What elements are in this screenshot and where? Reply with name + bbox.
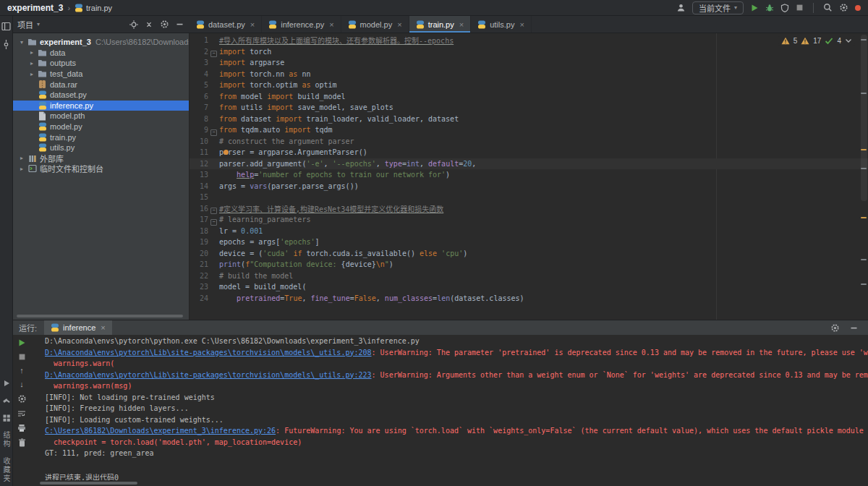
editor-scrollbar[interactable] bbox=[859, 33, 868, 320]
line-number[interactable]: 8 bbox=[190, 115, 208, 123]
run-tool-icon[interactable] bbox=[2, 379, 11, 388]
line-number[interactable]: 22 bbox=[190, 272, 208, 280]
project-panel-header[interactable]: 项目 ▾ bbox=[0, 16, 190, 33]
tree-horizontal-scrollbar[interactable] bbox=[17, 315, 183, 317]
stop-icon[interactable] bbox=[796, 4, 804, 12]
notification-icon[interactable] bbox=[855, 5, 861, 11]
inspections-widget[interactable]: 5 17 4 bbox=[778, 36, 855, 46]
line-number[interactable]: 14 bbox=[190, 182, 208, 190]
line-number[interactable]: 9 bbox=[190, 126, 208, 134]
line-number[interactable]: 11 bbox=[190, 148, 208, 156]
down-icon[interactable]: ↓ bbox=[20, 380, 24, 388]
code-editor[interactable]: 1#导入所有库模块以及上面编写的模块、还有参数解析器。控制--epochs2−i… bbox=[190, 33, 868, 320]
user-icon[interactable] bbox=[676, 3, 686, 12]
intention-bulb-icon[interactable] bbox=[224, 150, 229, 155]
line-number[interactable]: 24 bbox=[190, 294, 208, 302]
settings-icon[interactable] bbox=[17, 394, 27, 404]
project-panel[interactable]: ▾experiment_3C:\Users\86182\Downloads\ex… bbox=[13, 33, 190, 320]
coverage-icon[interactable] bbox=[780, 4, 789, 12]
line-number[interactable]: 7 bbox=[190, 103, 208, 111]
close-icon[interactable]: × bbox=[397, 20, 401, 29]
settings-icon[interactable] bbox=[830, 323, 840, 333]
console-output[interactable]: D:\Anaconda\envs\pytorch\python.exe C:\U… bbox=[42, 335, 868, 480]
console-horizontal-scrollbar[interactable] bbox=[40, 482, 137, 485]
tree-arrow[interactable]: ▸ bbox=[27, 71, 36, 77]
tree-arrow[interactable]: ▸ bbox=[27, 60, 36, 67]
locate-icon[interactable] bbox=[129, 20, 138, 29]
tree-item[interactable]: ▸临时文件和控制台 bbox=[13, 163, 189, 174]
editor-tab-dataset-py[interactable]: dataset.py× bbox=[190, 16, 262, 33]
code-line[interactable]: 3import argparse bbox=[190, 57, 868, 69]
chevron-down-icon[interactable] bbox=[845, 38, 852, 43]
code-line[interactable]: 12parser.add_argument('-e', '--epochs', … bbox=[190, 158, 868, 170]
tree-arrow[interactable]: ▾ bbox=[17, 39, 26, 46]
build-tool-icon[interactable] bbox=[2, 396, 11, 405]
search-icon[interactable] bbox=[823, 3, 833, 12]
code-line[interactable]: 9−from tqdm.auto import tqdm bbox=[190, 124, 868, 136]
commit-tool-icon[interactable] bbox=[1, 40, 11, 49]
close-icon[interactable]: × bbox=[459, 20, 464, 29]
tree-item[interactable]: data.rar bbox=[13, 79, 189, 90]
code-line[interactable]: 11parser = argparse.ArgumentParser() bbox=[190, 147, 868, 158]
line-number[interactable]: 5 bbox=[190, 81, 208, 89]
console-link[interactable]: D:\Anaconda\envs\pytorch\Lib\site-packag… bbox=[45, 371, 372, 379]
run-icon[interactable] bbox=[750, 4, 759, 12]
line-number[interactable]: 17 bbox=[190, 216, 208, 223]
print-icon[interactable] bbox=[17, 424, 26, 432]
collapse-icon[interactable] bbox=[145, 20, 153, 29]
tree-item[interactable]: dataset.py bbox=[13, 90, 189, 101]
code-line[interactable]: 6from model import build_model bbox=[190, 91, 868, 103]
code-line[interactable]: 24 pretrained=True, fine_tune=False, num… bbox=[190, 293, 868, 304]
rerun-icon[interactable] bbox=[17, 338, 26, 347]
softwrap-icon[interactable] bbox=[17, 409, 26, 418]
editor-tab-inference-py[interactable]: inference.py× bbox=[262, 16, 341, 33]
code-line[interactable]: 7from utils import save_model, save_plot… bbox=[190, 102, 868, 114]
editor-tab-utils-py[interactable]: utils.py× bbox=[471, 16, 532, 33]
tree-arrow[interactable]: ▸ bbox=[27, 49, 36, 56]
line-number[interactable]: 23 bbox=[190, 283, 208, 291]
code-line[interactable]: 18lr = 0.001 bbox=[190, 226, 868, 237]
line-number[interactable]: 18 bbox=[190, 227, 208, 235]
up-icon[interactable]: ↑ bbox=[20, 367, 24, 375]
tree-item[interactable]: train.py bbox=[13, 132, 189, 142]
tree-item[interactable]: ▸outputs bbox=[13, 58, 189, 69]
code-line[interactable]: 22# build the model bbox=[190, 270, 868, 282]
code-line[interactable]: 4import torch.nn as nn bbox=[190, 69, 868, 80]
line-number[interactable]: 10 bbox=[190, 137, 208, 145]
services-tool-icon[interactable] bbox=[2, 414, 11, 422]
code-line[interactable]: 13 help='number of epochs to train our n… bbox=[190, 169, 868, 181]
code-line[interactable]: 8from dataset import train_loader, valid… bbox=[190, 114, 868, 125]
tree-item[interactable]: ▸外部库 bbox=[13, 153, 189, 164]
close-icon[interactable]: × bbox=[101, 323, 105, 332]
stop-icon[interactable] bbox=[18, 353, 26, 361]
tool-window-label-0[interactable]: 结构 bbox=[1, 431, 12, 448]
line-number[interactable]: 3 bbox=[190, 59, 208, 67]
tree-item[interactable]: model.py bbox=[13, 122, 189, 132]
tree-item[interactable]: ▸data bbox=[13, 48, 189, 59]
settings-icon[interactable] bbox=[839, 3, 848, 12]
tree-item[interactable]: ▾experiment_3C:\Users\86182\Downloads\ex… bbox=[13, 37, 189, 48]
tree-arrow[interactable]: ▸ bbox=[17, 166, 26, 172]
tree-item[interactable]: model.pth bbox=[13, 111, 189, 122]
tool-window-label-1[interactable]: 收藏夹 bbox=[1, 457, 12, 483]
close-icon[interactable]: × bbox=[329, 20, 333, 29]
code-line[interactable]: 21print(f"Computation device: {device}\n… bbox=[190, 259, 868, 270]
line-number[interactable]: 16 bbox=[190, 205, 208, 213]
hide-icon[interactable] bbox=[176, 20, 184, 28]
code-line[interactable]: 20device = ('cuda' if torch.cuda.is_avai… bbox=[190, 248, 868, 260]
clear-icon[interactable] bbox=[18, 438, 26, 447]
line-number[interactable]: 6 bbox=[190, 93, 208, 101]
project-tool-icon[interactable] bbox=[1, 22, 11, 31]
fold-marker[interactable]: − bbox=[208, 45, 219, 58]
editor-tab-train-py[interactable]: train.py× bbox=[409, 16, 472, 33]
tree-arrow[interactable]: ▸ bbox=[17, 155, 26, 161]
line-number[interactable]: 4 bbox=[190, 70, 208, 78]
scrollbar-thumb[interactable] bbox=[861, 35, 867, 201]
close-icon[interactable]: × bbox=[250, 20, 255, 29]
code-line[interactable]: 5import torch.optim as optim bbox=[190, 80, 868, 91]
fold-marker[interactable]: − bbox=[208, 124, 219, 137]
line-number[interactable]: 19 bbox=[190, 238, 208, 246]
hide-icon[interactable] bbox=[850, 324, 858, 332]
line-number[interactable]: 21 bbox=[190, 260, 208, 268]
line-number[interactable]: 13 bbox=[190, 171, 208, 179]
